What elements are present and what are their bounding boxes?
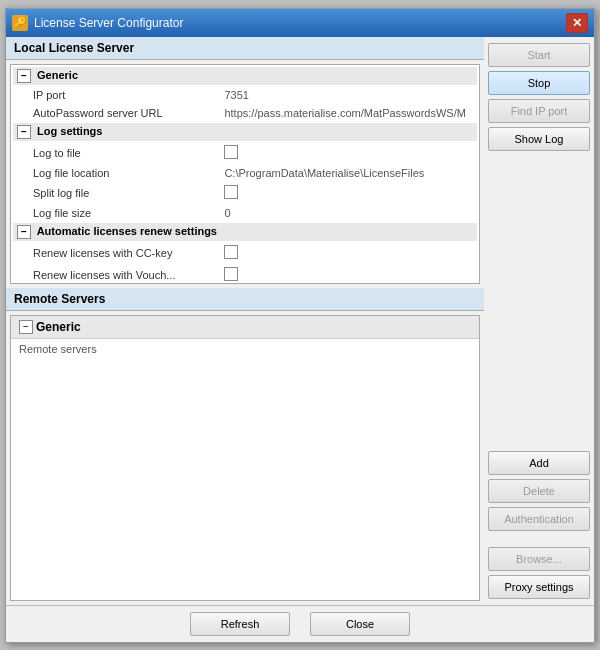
refresh-button[interactable]: Refresh bbox=[190, 612, 290, 636]
start-button[interactable]: Start bbox=[488, 43, 590, 67]
footer: Refresh Close bbox=[6, 605, 594, 642]
autopassword-label: AutoPassword server URL bbox=[13, 105, 218, 121]
proxy-settings-button[interactable]: Proxy settings bbox=[488, 575, 590, 599]
generic-expand-icon[interactable]: − bbox=[17, 69, 31, 83]
renew-vouch-row: Renew licenses with Vouch... bbox=[13, 265, 477, 284]
log-file-location-label: Log file location bbox=[13, 165, 218, 181]
generic-group-label: Generic bbox=[37, 69, 78, 81]
autopassword-row: AutoPassword server URL https://pass.mat… bbox=[13, 105, 477, 121]
main-content: Local License Server − Generic IP port bbox=[6, 37, 594, 605]
delete-button[interactable]: Delete bbox=[488, 479, 590, 503]
renew-vouch-label: Renew licenses with Vouch... bbox=[13, 265, 218, 284]
find-ip-port-button[interactable]: Find IP port bbox=[488, 99, 590, 123]
remote-generic-expand[interactable]: − bbox=[19, 320, 33, 334]
log-to-file-label: Log to file bbox=[13, 143, 218, 163]
main-window: 🔑 License Server Configurator ✕ Local Li… bbox=[5, 8, 595, 643]
renew-cc-row: Renew licenses with CC-key bbox=[13, 243, 477, 263]
log-file-size-label: Log file size bbox=[13, 205, 218, 221]
log-file-location-value: C:\ProgramData\Materialise\LicenseFiles bbox=[220, 165, 477, 181]
auto-renew-expand-icon[interactable]: − bbox=[17, 225, 31, 239]
local-server-area: − Generic IP port 7351 AutoPassword serv… bbox=[10, 64, 480, 284]
split-log-label: Split log file bbox=[13, 183, 218, 203]
local-server-header: Local License Server bbox=[6, 37, 484, 60]
title-bar: 🔑 License Server Configurator ✕ bbox=[6, 9, 594, 37]
log-to-file-checkbox[interactable] bbox=[224, 145, 238, 159]
authentication-button[interactable]: Authentication bbox=[488, 507, 590, 531]
log-file-size-value: 0 bbox=[220, 205, 477, 221]
remote-buttons: Add Delete Authentication Browse... Prox… bbox=[488, 451, 590, 599]
add-button[interactable]: Add bbox=[488, 451, 590, 475]
close-dialog-button[interactable]: Close bbox=[310, 612, 410, 636]
log-to-file-row: Log to file bbox=[13, 143, 477, 163]
renew-vouch-checkbox[interactable] bbox=[224, 267, 238, 281]
remote-servers-area: − Generic Remote servers bbox=[10, 315, 480, 601]
show-log-button[interactable]: Show Log bbox=[488, 127, 590, 151]
log-file-size-row: Log file size 0 bbox=[13, 205, 477, 221]
log-settings-expand-icon[interactable]: − bbox=[17, 125, 31, 139]
title-bar-left: 🔑 License Server Configurator bbox=[12, 15, 183, 31]
remote-generic-label: Generic bbox=[36, 320, 81, 334]
browse-button[interactable]: Browse... bbox=[488, 547, 590, 571]
log-file-location-row: Log file location C:\ProgramData\Materia… bbox=[13, 165, 477, 181]
log-settings-group-row: − Log settings bbox=[13, 123, 477, 141]
auto-renew-group-row: − Automatic licenses renew settings bbox=[13, 223, 477, 241]
split-log-checkbox[interactable] bbox=[224, 185, 238, 199]
renew-cc-checkbox[interactable] bbox=[224, 245, 238, 259]
stop-button[interactable]: Stop bbox=[488, 71, 590, 95]
left-panel: Local License Server − Generic IP port bbox=[6, 37, 484, 605]
autopassword-value: https://pass.materialise.com/MatPassword… bbox=[220, 105, 477, 121]
close-button[interactable]: ✕ bbox=[566, 13, 588, 33]
window-title: License Server Configurator bbox=[34, 16, 183, 30]
remote-servers-label: Remote servers bbox=[11, 339, 479, 359]
split-log-row: Split log file bbox=[13, 183, 477, 203]
ip-port-label: IP port bbox=[13, 87, 218, 103]
renew-cc-label: Renew licenses with CC-key bbox=[13, 243, 218, 263]
local-server-table: − Generic IP port 7351 AutoPassword serv… bbox=[11, 65, 479, 284]
app-icon: 🔑 bbox=[12, 15, 28, 31]
ip-port-value: 7351 bbox=[220, 87, 477, 103]
ip-port-row: IP port 7351 bbox=[13, 87, 477, 103]
log-settings-label: Log settings bbox=[37, 125, 102, 137]
auto-renew-label: Automatic licenses renew settings bbox=[37, 225, 217, 237]
generic-group-row: − Generic bbox=[13, 67, 477, 85]
right-panel: Start Stop Find IP port Show Log Add Del… bbox=[484, 37, 594, 605]
remote-servers-header: Remote Servers bbox=[6, 288, 484, 311]
